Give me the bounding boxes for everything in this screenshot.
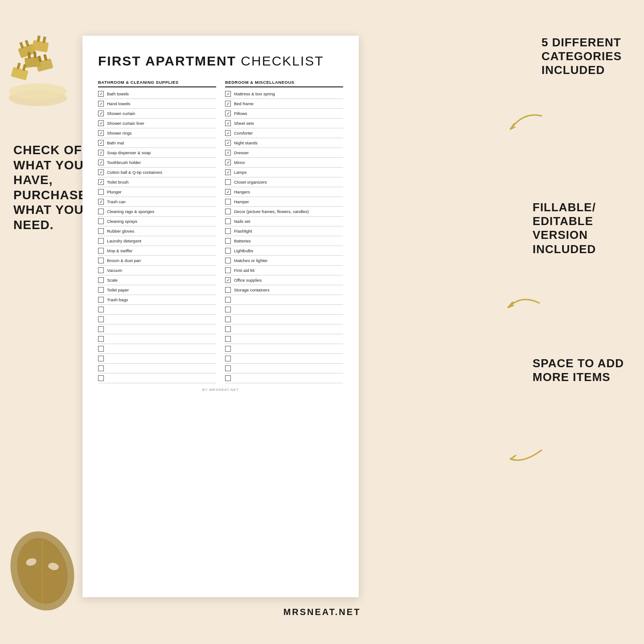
checkbox[interactable] bbox=[98, 130, 104, 136]
list-item[interactable]: Bath mat bbox=[98, 138, 216, 148]
list-item[interactable]: First aid kit bbox=[225, 266, 343, 275]
list-item[interactable] bbox=[225, 305, 343, 315]
checkbox[interactable] bbox=[98, 258, 104, 263]
list-item[interactable]: Mattress & box spring bbox=[225, 89, 343, 99]
checkbox[interactable] bbox=[225, 248, 231, 254]
checkbox[interactable] bbox=[98, 238, 104, 244]
checkbox[interactable] bbox=[98, 189, 104, 195]
list-item[interactable] bbox=[98, 373, 216, 383]
list-item[interactable]: Comforter bbox=[225, 128, 343, 138]
list-item[interactable]: Laundry detergent bbox=[98, 236, 216, 246]
checkbox[interactable] bbox=[98, 307, 104, 312]
list-item[interactable]: Toilet brush bbox=[98, 177, 216, 187]
checkbox[interactable] bbox=[225, 326, 231, 332]
checkbox[interactable] bbox=[225, 209, 231, 214]
list-item[interactable] bbox=[225, 344, 343, 354]
list-item[interactable] bbox=[98, 344, 216, 354]
checkbox[interactable] bbox=[98, 101, 104, 107]
checkbox[interactable] bbox=[98, 169, 104, 175]
checkbox[interactable] bbox=[225, 346, 231, 352]
list-item[interactable]: Toilet paper bbox=[98, 285, 216, 295]
list-item[interactable]: Vacuum bbox=[98, 266, 216, 275]
list-item[interactable]: Night stands bbox=[225, 138, 343, 148]
list-item[interactable]: Bed frame bbox=[225, 99, 343, 109]
list-item[interactable] bbox=[225, 315, 343, 324]
list-item[interactable]: Pillows bbox=[225, 109, 343, 119]
list-item[interactable]: Shower curtain liner bbox=[98, 119, 216, 128]
checkbox[interactable] bbox=[98, 326, 104, 332]
checkbox[interactable] bbox=[98, 375, 104, 381]
list-item[interactable]: Lightbulbs bbox=[225, 246, 343, 256]
list-item[interactable]: Plunger bbox=[98, 187, 216, 197]
list-item[interactable]: Mirror bbox=[225, 158, 343, 168]
list-item[interactable]: Matches or lighter bbox=[225, 256, 343, 266]
list-item[interactable] bbox=[225, 364, 343, 373]
checkbox[interactable] bbox=[225, 228, 231, 234]
checkbox[interactable] bbox=[98, 287, 104, 293]
checkbox[interactable] bbox=[225, 218, 231, 224]
list-item[interactable] bbox=[98, 334, 216, 344]
checkbox[interactable] bbox=[225, 199, 231, 205]
checkbox[interactable] bbox=[98, 111, 104, 116]
checkbox[interactable] bbox=[98, 209, 104, 214]
checkbox[interactable] bbox=[225, 365, 231, 371]
checkbox[interactable] bbox=[98, 150, 104, 156]
list-item[interactable]: Hamper bbox=[225, 197, 343, 207]
list-item[interactable]: Cleaning rags & sponges bbox=[98, 207, 216, 217]
list-item[interactable]: Shower curtain bbox=[98, 109, 216, 119]
checkbox[interactable] bbox=[225, 258, 231, 263]
list-item[interactable]: Lamps bbox=[225, 168, 343, 177]
list-item[interactable]: Nails set bbox=[225, 217, 343, 226]
checkbox[interactable] bbox=[225, 189, 231, 195]
list-item[interactable]: Trash can bbox=[98, 197, 216, 207]
checkbox[interactable] bbox=[98, 336, 104, 342]
checkbox[interactable] bbox=[225, 130, 231, 136]
checkbox[interactable] bbox=[98, 140, 104, 146]
checkbox[interactable] bbox=[98, 120, 104, 126]
list-item[interactable]: Sheet sets bbox=[225, 119, 343, 128]
checkbox[interactable] bbox=[225, 140, 231, 146]
list-item[interactable]: Mop & swiffer bbox=[98, 246, 216, 256]
checkbox[interactable] bbox=[225, 150, 231, 156]
list-item[interactable] bbox=[225, 324, 343, 334]
checkbox[interactable] bbox=[98, 365, 104, 371]
list-item[interactable]: Hangers bbox=[225, 187, 343, 197]
list-item[interactable]: Cleaning sprays bbox=[98, 217, 216, 226]
checkbox[interactable] bbox=[98, 248, 104, 254]
checkbox[interactable] bbox=[225, 356, 231, 361]
list-item[interactable]: Flashlight bbox=[225, 226, 343, 236]
checkbox[interactable] bbox=[225, 91, 231, 97]
list-item[interactable]: Storage containers bbox=[225, 285, 343, 295]
checkbox[interactable] bbox=[98, 316, 104, 322]
list-item[interactable] bbox=[225, 354, 343, 364]
checkbox[interactable] bbox=[225, 277, 231, 283]
list-item[interactable] bbox=[225, 334, 343, 344]
list-item[interactable]: Decor (picture frames, flowers, candles) bbox=[225, 207, 343, 217]
checkbox[interactable] bbox=[225, 267, 231, 273]
list-item[interactable]: Shower rings bbox=[98, 128, 216, 138]
list-item[interactable]: Scale bbox=[98, 275, 216, 285]
checkbox[interactable] bbox=[98, 267, 104, 273]
list-item[interactable] bbox=[98, 315, 216, 324]
checkbox[interactable] bbox=[225, 111, 231, 116]
list-item[interactable]: Toothbrush holder bbox=[98, 158, 216, 168]
list-item[interactable]: Broom & dust pan bbox=[98, 256, 216, 266]
list-item[interactable]: Soap dispenser & soap bbox=[98, 148, 216, 158]
list-item[interactable]: Hand towels bbox=[98, 99, 216, 109]
checkbox[interactable] bbox=[225, 336, 231, 342]
checkbox[interactable] bbox=[98, 356, 104, 361]
list-item[interactable] bbox=[98, 324, 216, 334]
list-item[interactable]: Batteries bbox=[225, 236, 343, 246]
list-item[interactable] bbox=[98, 354, 216, 364]
checkbox[interactable] bbox=[98, 160, 104, 165]
checkbox[interactable] bbox=[225, 101, 231, 107]
checkbox[interactable] bbox=[98, 277, 104, 283]
list-item[interactable]: Office supplies bbox=[225, 275, 343, 285]
checkbox[interactable] bbox=[98, 179, 104, 185]
checkbox[interactable] bbox=[225, 169, 231, 175]
list-item[interactable] bbox=[98, 364, 216, 373]
checkbox[interactable] bbox=[98, 297, 104, 303]
checkbox[interactable] bbox=[225, 287, 231, 293]
list-item[interactable]: Dresser bbox=[225, 148, 343, 158]
checkbox[interactable] bbox=[225, 179, 231, 185]
